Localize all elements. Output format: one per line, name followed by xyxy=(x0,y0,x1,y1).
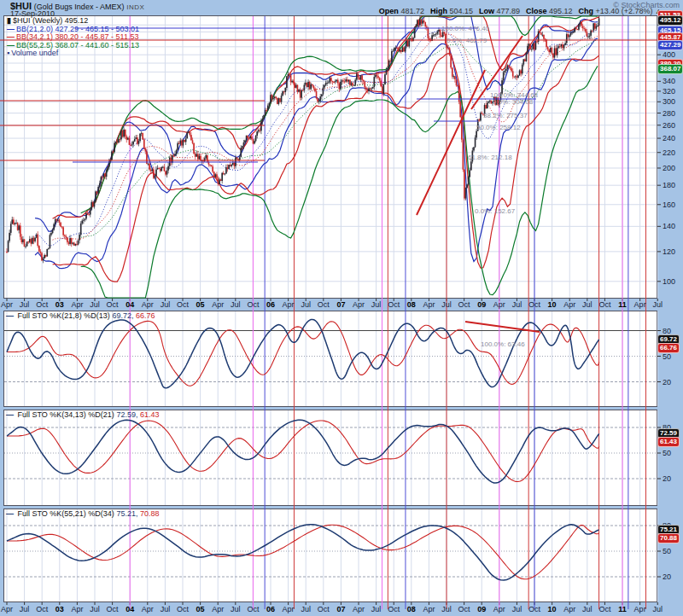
x-axis-label: 06 xyxy=(266,300,275,309)
fib-retracement-label: 0.0%: 304.08 xyxy=(493,98,533,106)
ohlc-value: 477.89 xyxy=(494,7,520,15)
x-axis-label: Jul xyxy=(231,605,241,613)
x-axis-label: 03 xyxy=(55,605,64,613)
x-axis-label: Apr xyxy=(563,605,575,613)
x-axis-label: Apr xyxy=(1,605,13,613)
x-axis-label: 10 xyxy=(548,300,557,309)
fib-retracement-label: 100.0%: 63.46 xyxy=(481,340,525,348)
x-axis-label: Jul xyxy=(441,605,452,613)
legend-line: ▪Volume undef xyxy=(7,49,139,58)
fib-retracement-label: 100.0%: 476.40 xyxy=(441,25,489,32)
x-axis-label: 06 xyxy=(266,605,275,613)
y-axis-label: 220 xyxy=(663,148,675,157)
x-axis-label: Jul xyxy=(582,300,593,309)
x-axis-label: 03 xyxy=(55,300,64,309)
stoch-pill: 70.88 xyxy=(657,533,680,543)
x-axis-label: Oct xyxy=(388,300,400,309)
x-axis-label: Oct xyxy=(36,605,48,613)
x-axis-label: Jul xyxy=(90,605,100,613)
stockcharts-weekly-chart: $HUI (Gold Bugs Index - AMEX) INDX © Sto… xyxy=(0,0,683,616)
x-axis-label: Oct xyxy=(247,300,259,309)
x-axis-label: Jul xyxy=(512,300,522,309)
x-axis-label: 04 xyxy=(126,300,134,309)
y-axis-label: 20 xyxy=(663,572,671,581)
x-axis-label: Jul xyxy=(371,605,382,613)
x-axis-label: Apr xyxy=(1,300,13,309)
x-axis-label: 11 xyxy=(618,605,627,613)
x-axis-label: Jul xyxy=(301,605,311,613)
stoch-k-value: 72.59, xyxy=(116,410,140,419)
x-axis-label: Jul xyxy=(512,605,522,613)
stochastic-panel-1 xyxy=(3,311,657,407)
price-pill: 427.29 xyxy=(657,40,683,50)
x-axis-label: Oct xyxy=(177,300,189,309)
x-axis-label: Oct xyxy=(318,605,330,613)
x-axis-label: Oct xyxy=(36,300,48,309)
x-axis-label: Jul xyxy=(20,605,30,613)
y-axis-label: 50 xyxy=(663,352,671,361)
ohlc-label: Low xyxy=(479,7,494,15)
x-axis-label: Apr xyxy=(71,605,83,613)
x-axis-label: Apr xyxy=(142,300,154,309)
legend-line-swatch: — xyxy=(7,32,15,41)
x-axis-label: Apr xyxy=(493,300,505,309)
symbol-type: INDX xyxy=(126,3,144,11)
y-axis-label: 20 xyxy=(663,378,671,386)
price-panel xyxy=(3,15,657,299)
fib-retracement-label: 61.8%: 212.18 xyxy=(468,154,512,161)
x-axis-label: 10 xyxy=(548,605,557,613)
y-axis-label: 280 xyxy=(663,109,675,118)
x-axis-label: Jul xyxy=(371,300,382,309)
stoch-legend-label: Full STO %K(21,8) %D(13) xyxy=(15,311,112,320)
legend-line-text: $HUI (Weekly) 495.12 xyxy=(13,16,88,25)
volume-icon: ▪ xyxy=(7,49,9,57)
y-axis-label: 50 xyxy=(663,449,671,457)
x-axis-label: Apr xyxy=(493,605,505,613)
x-axis-label: Apr xyxy=(634,300,646,309)
x-axis-label: Jul xyxy=(161,605,171,613)
legend-line-swatch: — xyxy=(6,410,14,419)
x-axis-label: Apr xyxy=(283,605,295,613)
x-axis-label: Apr xyxy=(212,605,224,613)
x-axis-label: 05 xyxy=(196,605,205,613)
stoch-pill: 61.43 xyxy=(657,437,680,447)
legend-line-swatch: ▮ xyxy=(7,16,11,25)
x-axis-label: Apr xyxy=(563,300,575,309)
stoch-k-value: 75.21, xyxy=(116,509,140,518)
x-axis-label: Oct xyxy=(458,300,470,309)
x-axis-label: 05 xyxy=(196,300,205,309)
x-axis-label: Apr xyxy=(423,605,435,613)
stoch-legend-label: Full STO %K(55,21) %D(34) xyxy=(15,509,116,518)
x-axis-label: Oct xyxy=(598,605,610,613)
x-axis-label: Apr xyxy=(423,300,435,309)
price-pill: 368.07 xyxy=(657,64,683,74)
x-axis-label: Oct xyxy=(107,605,119,613)
x-axis-label: Oct xyxy=(598,300,610,309)
legend-line-text: Volume undef xyxy=(11,49,58,57)
y-axis-label: 400 xyxy=(663,50,675,59)
x-axis-label: 09 xyxy=(477,605,486,613)
price-panel-legend: ▮$HUI (Weekly) 495.12—BB(21,2.0) 427.29 … xyxy=(7,17,139,58)
x-axis-label: Jul xyxy=(652,300,663,309)
y-axis-label: 300 xyxy=(663,97,675,106)
stoch-panel-legend: — Full STO %K(21,8) %D(13) 69.72, 66.76 xyxy=(6,311,155,320)
x-axis-label: Oct xyxy=(388,605,400,613)
x-axis-label: Apr xyxy=(142,605,154,613)
x-axis-label: Apr xyxy=(634,605,646,613)
x-axis-label: 07 xyxy=(336,300,345,309)
y-axis-label: 180 xyxy=(663,181,675,189)
legend-line-swatch: — xyxy=(6,509,14,518)
ohlc-value: 504.15 xyxy=(447,7,473,15)
x-axis-label: Jul xyxy=(161,300,171,309)
ohlc-label: Open xyxy=(379,7,399,15)
y-axis-label: 240 xyxy=(663,134,675,142)
ohlc-label: High xyxy=(430,7,447,15)
fib-retracement-label: 38.2%: 275.37 xyxy=(483,112,528,119)
x-axis-label: Apr xyxy=(212,300,224,309)
x-axis-label: 08 xyxy=(407,300,416,309)
legend-line-swatch: — xyxy=(7,41,15,49)
x-axis-label: Apr xyxy=(283,300,295,309)
x-axis-label: 09 xyxy=(477,300,486,309)
stoch-k-value: 69.72, xyxy=(112,311,136,320)
x-axis-label: Apr xyxy=(71,300,83,309)
